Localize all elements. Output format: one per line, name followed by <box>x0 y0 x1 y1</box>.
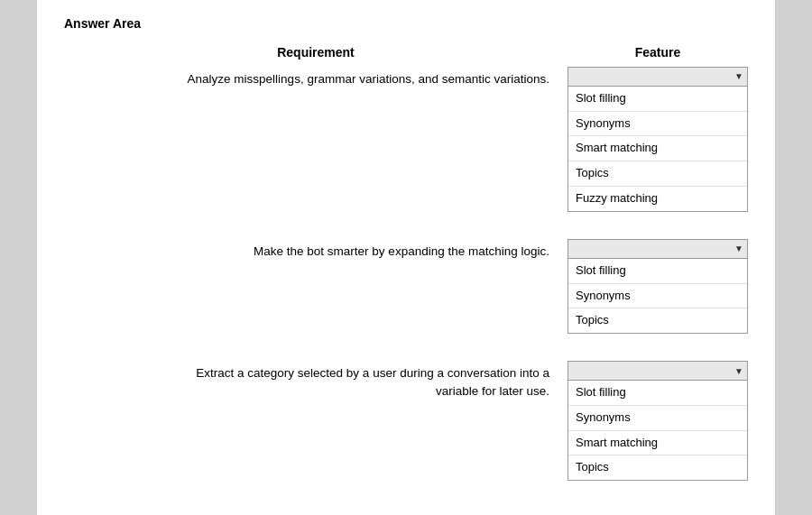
dropdown-header-1[interactable]: ▼ <box>567 67 748 87</box>
dropdown-header-2[interactable]: ▼ <box>567 239 748 259</box>
answer-area: Answer Area Requirement Feature Analyze … <box>36 0 776 515</box>
table-row: Analyze misspellings, grammar variations… <box>64 67 748 212</box>
list-item[interactable]: Synonyms <box>568 406 747 431</box>
dropdown-arrow-icon-1: ▼ <box>734 71 743 81</box>
answer-area-title: Answer Area <box>64 16 748 31</box>
list-item[interactable]: Topics <box>568 455 747 480</box>
list-item[interactable]: Topics <box>568 308 747 333</box>
list-item[interactable]: Fuzzy matching <box>568 187 747 211</box>
list-item[interactable]: Slot filling <box>568 381 747 406</box>
list-item[interactable]: Smart matching <box>568 431 747 456</box>
list-item[interactable]: Synonyms <box>568 112 747 137</box>
list-item[interactable]: Slot filling <box>568 87 747 112</box>
feature-cell-1: ▼ Slot filling Synonyms Smart matching T… <box>567 67 748 212</box>
dropdown-arrow-icon-3: ▼ <box>734 366 743 376</box>
feature-cell-3: ▼ Slot filling Synonyms Smart matching T… <box>567 361 748 481</box>
requirement-text-3: Extract a category selected by a user du… <box>64 361 567 401</box>
list-item[interactable]: Synonyms <box>568 284 747 309</box>
table-header-row: Requirement Feature <box>64 45 748 60</box>
column-header-feature: Feature <box>567 45 748 60</box>
requirement-text-2: Make the bot smarter by expanding the ma… <box>64 239 567 261</box>
feature-cell-2: ▼ Slot filling Synonyms Topics <box>567 239 748 334</box>
column-header-requirement: Requirement <box>64 45 567 60</box>
requirement-text-1: Analyze misspellings, grammar variations… <box>64 67 567 88</box>
list-item[interactable]: Smart matching <box>568 136 747 161</box>
table-container: Requirement Feature Analyze misspellings… <box>64 45 748 482</box>
dropdown-header-3[interactable]: ▼ <box>567 361 748 381</box>
list-item[interactable]: Slot filling <box>568 259 747 284</box>
list-item[interactable]: Topics <box>568 161 747 187</box>
table-row: Extract a category selected by a user du… <box>64 361 748 481</box>
table-row: Make the bot smarter by expanding the ma… <box>64 239 748 334</box>
dropdown-list-1: Slot filling Synonyms Smart matching Top… <box>567 87 748 212</box>
dropdown-list-3: Slot filling Synonyms Smart matching Top… <box>567 381 748 481</box>
dropdown-list-2: Slot filling Synonyms Topics <box>567 259 748 334</box>
dropdown-arrow-icon-2: ▼ <box>734 244 743 253</box>
